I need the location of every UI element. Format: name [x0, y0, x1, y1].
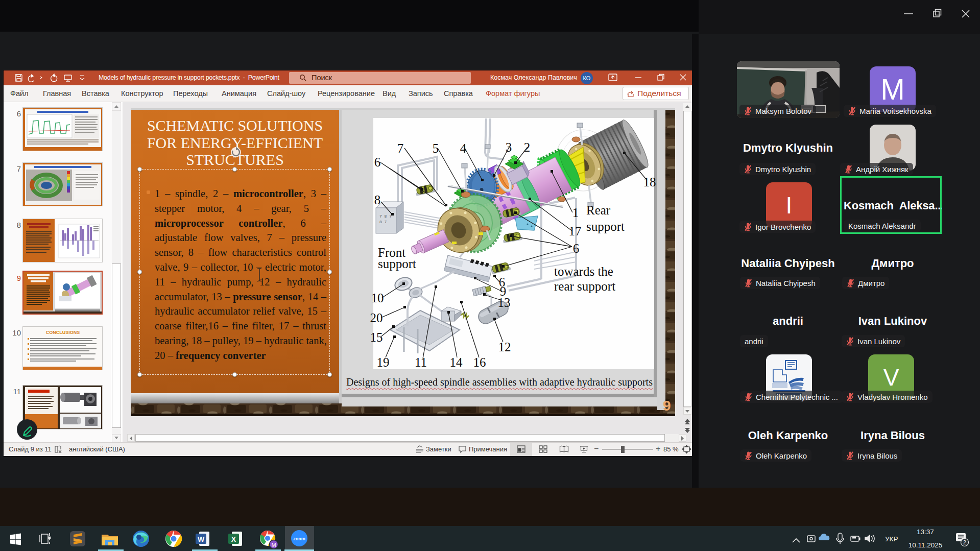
svg-text:19: 19	[377, 355, 390, 369]
svg-text:support: support	[586, 220, 625, 233]
svg-text:support: support	[378, 257, 416, 271]
svg-text:zoom: zoom	[293, 536, 305, 541]
svg-text:18: 18	[643, 175, 656, 189]
svg-text:X: X	[231, 535, 236, 543]
svg-text:12: 12	[498, 340, 511, 354]
svg-text:10: 10	[371, 291, 384, 305]
svg-text:10.11.2025: 10.11.2025	[909, 541, 943, 549]
svg-text:11: 11	[415, 355, 427, 369]
svg-text:15: 15	[370, 330, 383, 344]
svg-text:towards the: towards the	[554, 265, 613, 278]
svg-text:W: W	[198, 535, 205, 543]
svg-text:8: 8	[374, 193, 381, 207]
svg-text:6: 6	[499, 275, 506, 289]
svg-text:1: 1	[572, 206, 579, 220]
svg-text:УКР: УКР	[885, 535, 898, 543]
svg-text:13:37: 13:37	[917, 528, 934, 536]
svg-text:16: 16	[473, 355, 486, 369]
svg-text:14: 14	[450, 355, 463, 369]
svg-text:7: 7	[397, 141, 404, 155]
svg-text:20: 20	[370, 311, 383, 325]
svg-text:M: M	[271, 542, 276, 548]
svg-text:Rear: Rear	[586, 203, 611, 217]
svg-text:8 7: 8 7	[379, 220, 387, 224]
svg-text:CONCLUSIONS: CONCLUSIONS	[46, 330, 80, 335]
svg-text:3: 3	[506, 140, 512, 154]
svg-text:2: 2	[963, 539, 966, 545]
svg-text:5: 5	[433, 141, 439, 155]
svg-text:rear support: rear support	[554, 279, 615, 293]
svg-text:2: 2	[524, 140, 531, 154]
svg-text:6: 6	[374, 155, 381, 169]
svg-text:4: 4	[460, 141, 467, 155]
svg-text:17: 17	[569, 224, 582, 238]
svg-text:6: 6	[573, 242, 580, 255]
svg-text:7 8 7: 7 8 7	[379, 214, 392, 219]
